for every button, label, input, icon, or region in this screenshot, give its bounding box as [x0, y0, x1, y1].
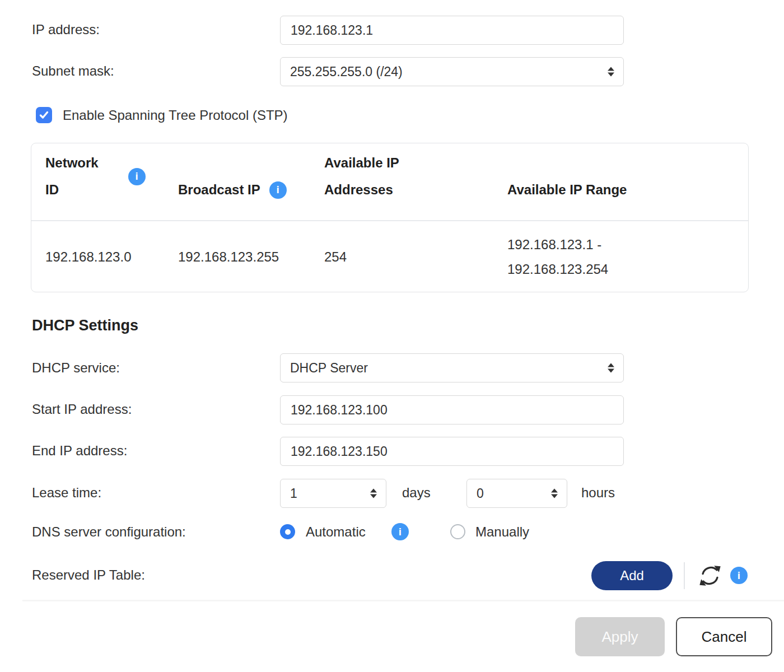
- start-ip-label: Start IP address:: [32, 402, 132, 417]
- header-broadcast-ip-text: Broadcast IP: [178, 176, 260, 203]
- stp-label: Enable Spanning Tree Protocol (STP): [63, 108, 288, 123]
- subnet-mask-label: Subnet mask:: [32, 63, 114, 79]
- cancel-button[interactable]: Cancel: [676, 617, 772, 656]
- header-available-ip-addresses: Available IP Addresses: [324, 150, 507, 220]
- ip-address-input[interactable]: [280, 16, 624, 45]
- select-caret-icon: [551, 489, 558, 498]
- dhcp-service-select[interactable]: DHCP Server: [280, 353, 624, 382]
- dhcp-settings-heading: DHCP Settings: [32, 317, 138, 334]
- select-caret-icon: [608, 67, 614, 77]
- add-button[interactable]: Add: [591, 561, 673, 590]
- lease-hours-value: 0: [467, 486, 484, 501]
- header-available-ip-line1: Available IP: [324, 150, 507, 176]
- subnet-mask-value: 255.255.255.0 (/24): [281, 64, 403, 80]
- broadcast-ip-info-icon[interactable]: i: [269, 181, 287, 199]
- lease-hours-unit: hours: [581, 485, 615, 501]
- footer-divider: [22, 600, 784, 601]
- header-network-id-line2: ID: [45, 176, 99, 203]
- dns-automatic-radio[interactable]: [280, 524, 295, 539]
- reserved-ip-table-label: Reserved IP Table:: [32, 567, 145, 583]
- end-ip-label: End IP address:: [32, 443, 127, 459]
- table-row: 192.168.123.0 192.168.123.255 254 192.16…: [31, 221, 748, 292]
- dhcp-service-label: DHCP service:: [32, 360, 120, 376]
- end-ip-input[interactable]: [280, 437, 624, 466]
- lease-days-select[interactable]: 1: [280, 479, 386, 508]
- dns-manually-label: Manually: [475, 524, 529, 540]
- table-header-row: Network ID i Broadcast IP i Available IP…: [31, 143, 748, 220]
- reserved-ip-info-icon[interactable]: i: [730, 567, 748, 584]
- cell-available-ip-range: 192.168.123.1 - 192.168.123.254: [507, 232, 748, 282]
- dns-config-label: DNS server configuration:: [32, 524, 186, 540]
- subnet-mask-select[interactable]: 255.255.255.0 (/24): [280, 57, 624, 86]
- select-caret-icon: [370, 489, 377, 498]
- dns-manually-radio[interactable]: [450, 524, 465, 539]
- cell-available-ip-addresses: 254: [324, 245, 507, 269]
- dns-automatic-info-icon[interactable]: i: [391, 523, 409, 540]
- lease-hours-select[interactable]: 0: [466, 479, 567, 508]
- start-ip-input[interactable]: [280, 395, 624, 424]
- network-info-table: Network ID i Broadcast IP i Available IP…: [31, 143, 749, 292]
- network-id-info-icon[interactable]: i: [128, 168, 146, 185]
- header-available-ip-line2: Addresses: [324, 176, 507, 203]
- cell-network-id: 192.168.123.0: [45, 245, 178, 269]
- select-caret-icon: [608, 363, 614, 373]
- header-network-id-line1: Network: [45, 150, 99, 176]
- dhcp-service-value: DHCP Server: [281, 361, 368, 376]
- lease-days-unit: days: [402, 485, 431, 501]
- lease-time-label: Lease time:: [32, 485, 101, 501]
- cell-broadcast-ip: 192.168.123.255: [178, 245, 324, 269]
- checkmark-icon: [39, 110, 49, 120]
- header-available-ip-range: Available IP Range: [507, 176, 748, 220]
- apply-button[interactable]: Apply: [575, 617, 665, 656]
- refresh-icon[interactable]: [697, 563, 723, 589]
- dns-automatic-label: Automatic: [306, 524, 366, 540]
- cell-range-line1: 192.168.123.1 -: [507, 232, 748, 257]
- header-broadcast-ip: Broadcast IP i: [178, 176, 324, 220]
- toolbar-divider: [684, 562, 685, 589]
- ip-address-label: IP address:: [32, 22, 100, 38]
- lease-days-value: 1: [281, 486, 297, 501]
- cell-range-line2: 192.168.123.254: [507, 257, 748, 282]
- stp-checkbox[interactable]: [36, 107, 52, 123]
- header-network-id: Network ID i: [45, 150, 178, 220]
